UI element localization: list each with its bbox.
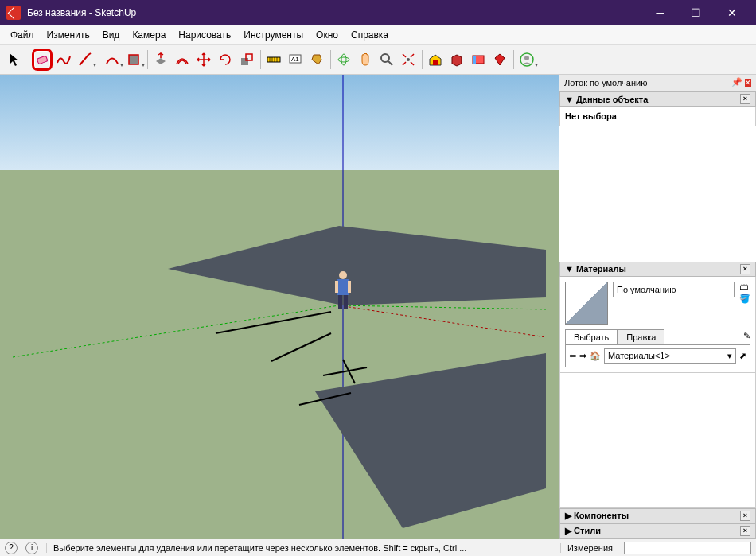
menu-view[interactable]: Вид xyxy=(97,27,126,43)
info-icon[interactable]: i xyxy=(25,542,38,554)
svg-point-7 xyxy=(338,57,349,62)
toolbar: A1 xyxy=(0,45,756,75)
svg-marker-21 xyxy=(315,353,546,528)
user-account[interactable] xyxy=(516,49,537,71)
separator xyxy=(419,49,424,71)
svg-line-16 xyxy=(13,305,339,357)
close-button[interactable]: ✕ xyxy=(714,0,750,25)
app-icon xyxy=(6,6,21,20)
arc-tool[interactable] xyxy=(102,49,123,71)
menu-help[interactable]: Справка xyxy=(345,27,394,43)
eyedropper-icon[interactable]: ✎ xyxy=(743,331,750,341)
line-tool[interactable] xyxy=(75,49,95,71)
svg-point-27 xyxy=(339,271,347,279)
pan-tool[interactable] xyxy=(355,49,376,71)
extensions-tool[interactable] xyxy=(468,49,489,71)
separator xyxy=(96,49,101,71)
svg-rect-31 xyxy=(335,281,338,293)
zoom-extents-tool[interactable] xyxy=(398,49,419,71)
tab-edit[interactable]: Правка xyxy=(618,329,664,344)
material-create-icon[interactable]: 🗃 xyxy=(739,282,750,291)
components-header[interactable]: ▶ Компоненты × xyxy=(559,508,756,523)
materials-header[interactable]: ▼ Материалы × xyxy=(559,262,756,277)
entity-close-icon[interactable]: × xyxy=(740,94,750,104)
styles-close-icon[interactable]: × xyxy=(740,526,750,536)
select-tool[interactable] xyxy=(5,49,25,71)
svg-rect-13 xyxy=(473,56,476,64)
menu-window[interactable]: Окно xyxy=(310,27,344,43)
pushpull-tool[interactable] xyxy=(150,49,171,71)
material-name-input[interactable] xyxy=(613,282,735,297)
rotate-tool[interactable] xyxy=(215,49,236,71)
materials-close-icon[interactable]: × xyxy=(740,264,750,274)
svg-line-23 xyxy=(271,333,331,361)
menu-draw[interactable]: Нарисовать xyxy=(173,27,236,43)
material-preview[interactable] xyxy=(565,282,608,325)
entity-info-header[interactable]: ▼ Данные объекта × xyxy=(559,91,756,107)
home-icon[interactable]: 🏠 xyxy=(590,351,601,361)
svg-point-15 xyxy=(524,56,529,60)
svg-point-9 xyxy=(381,54,389,62)
styles-header[interactable]: ▶ Стили × xyxy=(559,523,756,539)
svg-line-24 xyxy=(323,367,367,375)
svg-line-18 xyxy=(339,305,546,337)
material-bucket-icon[interactable]: 🪣 xyxy=(739,294,750,304)
menubar: Файл Изменить Вид Камера Нарисовать Инст… xyxy=(0,25,756,45)
maximize-button[interactable]: ☐ xyxy=(678,0,714,25)
tape-tool[interactable] xyxy=(263,49,284,71)
tray-close-icon[interactable]: ✕ xyxy=(745,79,751,87)
status-hint: Выберите элементы для удаления или перет… xyxy=(46,543,552,553)
material-library-combo[interactable]: Материалы<1>▾ xyxy=(604,348,736,364)
text-tool[interactable]: A1 xyxy=(285,49,306,71)
components-close-icon[interactable]: × xyxy=(740,511,750,521)
svg-rect-2 xyxy=(241,58,248,65)
move-tool[interactable] xyxy=(193,49,214,71)
ruby-tool[interactable] xyxy=(489,49,510,71)
separator xyxy=(328,49,333,71)
tray-title: Лоток по умолчанию xyxy=(564,78,647,87)
svg-rect-0 xyxy=(37,56,48,64)
svg-rect-28 xyxy=(337,279,349,295)
svg-line-17 xyxy=(339,305,546,309)
orbit-tool[interactable] xyxy=(333,49,354,71)
measurements-input[interactable] xyxy=(624,542,751,554)
zoom-tool[interactable] xyxy=(376,49,397,71)
help-icon[interactable]: ? xyxy=(5,542,18,554)
menu-tools[interactable]: Инструменты xyxy=(238,27,309,43)
details-icon[interactable]: ⬈ xyxy=(739,351,746,361)
scale-tool[interactable] xyxy=(236,49,257,71)
offset-tool[interactable] xyxy=(172,49,193,71)
window-title: Без названия - SketchUp xyxy=(27,7,642,18)
statusbar: ? i Выберите элементы для удаления или п… xyxy=(0,539,756,556)
tray-header[interactable]: Лоток по умолчанию 📌 ✕ xyxy=(559,75,756,91)
viewport-3d[interactable] xyxy=(0,75,559,539)
svg-point-10 xyxy=(407,58,410,61)
minimize-button[interactable]: ─ xyxy=(642,0,678,25)
svg-text:A1: A1 xyxy=(291,56,299,63)
freehand-tool[interactable] xyxy=(53,49,74,71)
menu-file[interactable]: Файл xyxy=(5,27,40,43)
menu-edit[interactable]: Изменить xyxy=(41,27,95,43)
svg-rect-32 xyxy=(348,281,351,293)
eraser-tool[interactable] xyxy=(32,49,53,71)
titlebar: Без названия - SketchUp ─ ☐ ✕ xyxy=(0,0,756,25)
separator xyxy=(258,49,263,71)
nav-fwd-icon[interactable]: ➡ xyxy=(579,351,586,361)
separator xyxy=(511,49,516,71)
3dwarehouse-tool[interactable] xyxy=(446,49,467,71)
paint-tool[interactable] xyxy=(306,49,327,71)
nav-back-icon[interactable]: ⬅ xyxy=(569,351,576,361)
svg-rect-4 xyxy=(267,57,280,62)
measurements-label: Измерения xyxy=(560,543,613,553)
default-tray: Лоток по умолчанию 📌 ✕ ▼ Данные объекта … xyxy=(559,75,756,539)
separator xyxy=(26,49,31,71)
menu-camera[interactable]: Камера xyxy=(127,27,171,43)
svg-point-8 xyxy=(341,54,346,65)
svg-rect-1 xyxy=(129,55,138,64)
shapes-tool[interactable] xyxy=(123,49,144,71)
tab-select[interactable]: Выбрать xyxy=(565,329,618,344)
pin-icon[interactable]: 📌 xyxy=(731,77,742,87)
warehouse-tool[interactable] xyxy=(425,49,446,71)
svg-rect-11 xyxy=(433,60,438,65)
svg-line-22 xyxy=(216,312,331,333)
